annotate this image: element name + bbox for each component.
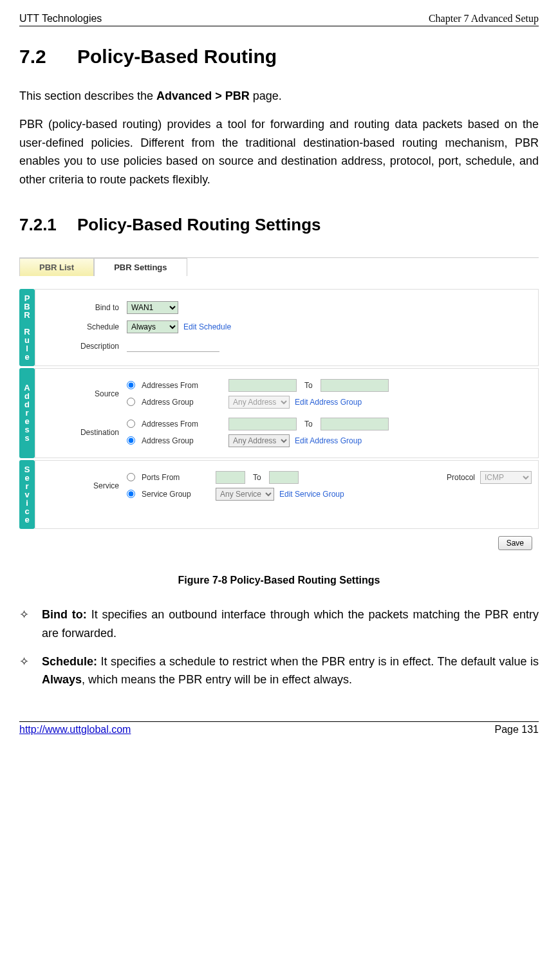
edit-schedule-link[interactable]: Edit Schedule — [183, 322, 231, 331]
label-protocol: Protocol — [447, 473, 475, 482]
bullet-schedule: ✧ Schedule: It specifies a schedule to r… — [19, 652, 539, 690]
source-address-group-radio[interactable] — [127, 398, 135, 406]
label-service: Service — [48, 481, 127, 490]
source-to-input[interactable] — [321, 379, 389, 392]
section-number: 7.2 — [19, 46, 77, 68]
header-right: Chapter 7 Advanced Setup — [429, 13, 539, 24]
intro-paragraph-1: This section describes the Advanced > PB… — [19, 87, 539, 106]
figure-caption: Figure 7-8 Policy-Based Routing Settings — [19, 575, 539, 586]
dest-from-input[interactable] — [228, 418, 297, 430]
subsection-heading: 7.2.1Policy-Based Routing Settings — [19, 215, 539, 235]
tab-pbr-settings[interactable]: PBR Settings — [94, 258, 187, 276]
footer-url-link[interactable]: http://www.uttglobal.com — [19, 724, 131, 735]
sidelabel-service: Service — [19, 460, 35, 529]
intro-paragraph-2: PBR (policy-based routing) provides a to… — [19, 115, 539, 189]
source-addresses-from-radio[interactable] — [127, 381, 135, 389]
tab-pbr-list[interactable]: PBR List — [19, 258, 94, 276]
source-from-input[interactable] — [228, 379, 297, 392]
page-header: UTT Technologies Chapter 7 Advanced Setu… — [19, 13, 539, 26]
section-title-text: Policy-Based Routing — [77, 46, 277, 67]
dest-address-group-select[interactable]: Any Address — [228, 434, 290, 447]
description-input[interactable] — [127, 340, 219, 352]
panel-service: Service Service Ports From To Pr — [19, 460, 539, 529]
ports-from-input[interactable] — [216, 471, 245, 484]
header-left: UTT Technologies — [19, 13, 102, 24]
sidelabel-address: Address — [19, 368, 35, 458]
dest-addresses-from-radio[interactable] — [127, 420, 135, 428]
dest-to-input[interactable] — [321, 418, 389, 430]
schedule-select[interactable]: Always — [127, 320, 178, 333]
tab-bar: PBR List PBR Settings — [19, 258, 539, 276]
dest-address-group-radio[interactable] — [127, 436, 135, 445]
source-address-group-select[interactable]: Any Address — [228, 396, 290, 409]
diamond-icon: ✧ — [19, 652, 42, 690]
service-group-select[interactable]: Any Service — [216, 488, 274, 501]
edit-address-group-link-1[interactable]: Edit Address Group — [295, 398, 362, 407]
section-heading: 7.2Policy-Based Routing — [19, 46, 539, 68]
label-destination: Destination — [48, 428, 127, 437]
save-button[interactable]: Save — [498, 536, 532, 550]
protocol-select[interactable]: ICMP — [480, 471, 532, 484]
ports-to-input[interactable] — [269, 471, 299, 484]
service-ports-from-radio[interactable] — [127, 473, 135, 481]
edit-service-group-link[interactable]: Edit Service Group — [279, 490, 344, 499]
bullet-bindto: ✧ Bind to: It specifies an outbound inte… — [19, 606, 539, 643]
label-description: Description — [48, 342, 127, 351]
pbr-settings-screenshot: PBR List PBR Settings PBR Rule Bind to W… — [19, 257, 539, 555]
panel-address: Address Source Addresses From To — [19, 368, 539, 458]
footer-page-number: Page 131 — [494, 724, 539, 735]
page-footer: http://www.uttglobal.com Page 131 — [19, 721, 539, 735]
edit-address-group-link-2[interactable]: Edit Address Group — [295, 436, 362, 445]
diamond-icon: ✧ — [19, 606, 42, 643]
service-group-radio[interactable] — [127, 490, 135, 498]
label-bindto: Bind to — [48, 303, 127, 312]
label-schedule: Schedule — [48, 322, 127, 331]
bindto-select[interactable]: WAN1 — [127, 301, 178, 314]
sidelabel-rule: PBR Rule — [19, 289, 35, 366]
panel-pbr-rule: PBR Rule Bind to WAN1 Schedule Always Ed… — [19, 289, 539, 366]
label-source: Source — [48, 389, 127, 398]
